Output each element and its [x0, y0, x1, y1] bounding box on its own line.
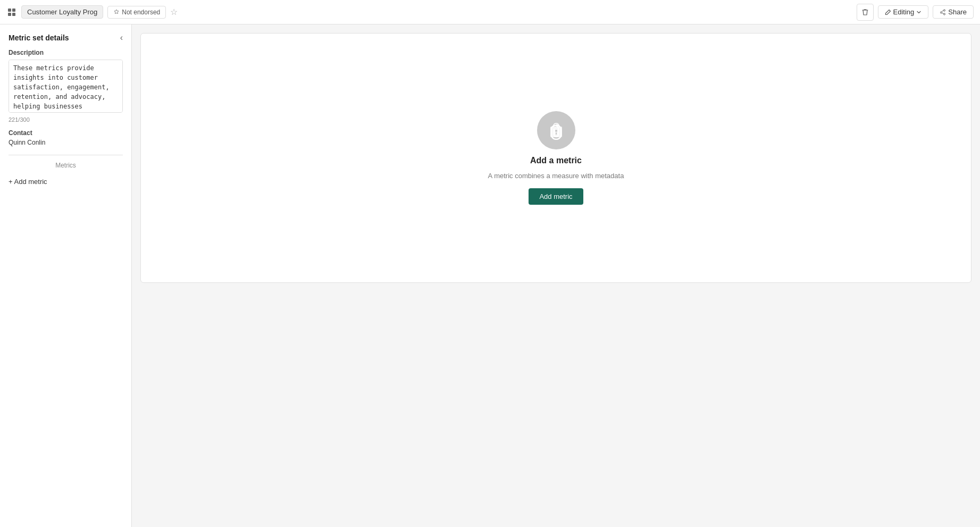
sidebar-title: Metric set details [9, 34, 69, 42]
contact-label: Contact [9, 129, 123, 137]
add-metric-button[interactable]: Add metric [529, 188, 583, 205]
add-metric-sidebar-button[interactable]: + Add metric [9, 175, 123, 188]
header: Customer Loyalty Prog Not endorsed ☆ Edi… [0, 0, 980, 24]
tab-title[interactable]: Customer Loyalty Prog [21, 5, 103, 19]
description-label: Description [9, 49, 123, 56]
sidebar-header: Metric set details ‹ [9, 33, 123, 43]
divider [9, 155, 123, 155]
main-layout: Metric set details ‹ Description These m… [0, 24, 980, 527]
metrics-section-label: Metrics [9, 162, 123, 169]
collapse-icon[interactable]: ‹ [120, 33, 123, 43]
star-icon[interactable]: ☆ [170, 7, 178, 17]
empty-title: Add a metric [530, 156, 582, 165]
content-area: Add a metric A metric combines a measure… [132, 24, 980, 527]
contact-value: Quinn Conlin [9, 139, 123, 146]
grid-icon[interactable] [6, 7, 17, 18]
description-textarea[interactable]: These metrics provide insights into cust… [9, 60, 123, 113]
svg-rect-2 [8, 13, 11, 16]
svg-rect-1 [12, 9, 15, 12]
sidebar: Metric set details ‹ Description These m… [0, 24, 132, 527]
header-left: Customer Loyalty Prog Not endorsed ☆ [6, 5, 852, 19]
editing-button[interactable]: Editing [878, 5, 929, 19]
delete-button[interactable] [857, 4, 874, 21]
empty-icon [537, 111, 575, 149]
not-endorsed-button[interactable]: Not endorsed [107, 6, 166, 19]
share-button[interactable]: Share [933, 5, 974, 19]
metric-card: Add a metric A metric combines a measure… [140, 33, 971, 283]
svg-rect-3 [12, 13, 15, 16]
svg-rect-0 [8, 9, 11, 12]
char-count: 221/300 [9, 116, 123, 123]
header-right: Editing Share [857, 4, 974, 21]
empty-subtitle: A metric combines a measure with metadat… [488, 172, 624, 180]
